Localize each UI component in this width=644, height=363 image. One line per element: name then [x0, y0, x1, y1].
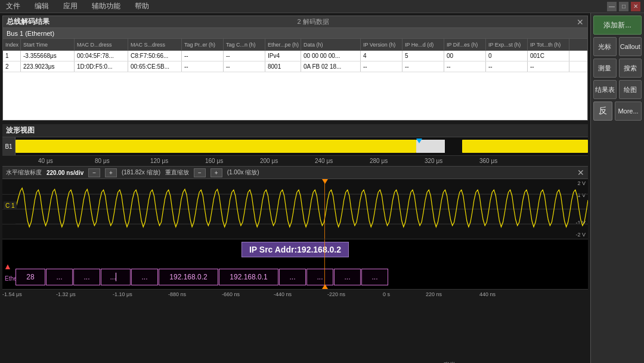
- menu-bar: 文件 编辑 应用 辅助功能 帮助 — □ ✕: [0, 0, 644, 13]
- decode-title-bar: 总线解码结果 2 解码数据 ✕: [3, 16, 587, 28]
- signal-area: 2 V 1 V -1 V -2 V C 1: [2, 179, 588, 239]
- tick-220ns: 220 ns: [426, 291, 442, 297]
- th-ip-dif: IP Dif...es (h): [444, 39, 486, 50]
- tick-240: 240 μs: [315, 158, 333, 164]
- hscale-label: 水平缩放标度: [6, 168, 42, 177]
- ip-tooltip: IP Src Addr:192.168.0.2: [242, 242, 349, 257]
- search-button[interactable]: 搜索: [619, 59, 642, 78]
- decode-cell-1: ...: [46, 269, 73, 285]
- waveform-section-label: 波形视图: [6, 125, 35, 136]
- add-new-button[interactable]: 添加新...: [593, 16, 642, 35]
- decode-close-button[interactable]: ✕: [577, 17, 584, 27]
- td-ip-ver-1: 4: [361, 51, 402, 61]
- td-ip-dif-1: 00: [444, 51, 486, 61]
- table-body: 1 -3.355668μs 00:04:5F:78... C8:F7:50:66…: [3, 51, 587, 120]
- left-panel: 总线解码结果 2 解码数据 ✕ Bus 1 (Ethernet) Index S…: [0, 13, 590, 363]
- decode-cell-28: 28: [16, 269, 45, 285]
- zoom-reset-minus-button[interactable]: −: [194, 168, 206, 177]
- b1-text: B1: [5, 143, 12, 150]
- measure-button[interactable]: 测量: [593, 59, 617, 78]
- draw-label: 绘图: [624, 85, 637, 94]
- td-index-1: 1: [3, 51, 21, 61]
- minimize-button[interactable]: —: [607, 2, 617, 11]
- marker-callout-row: 光标 Callout: [593, 37, 642, 56]
- td-ip-exp-1: 0: [486, 51, 528, 61]
- hscale-bar: 水平缩放标度 220.00 ns/div − + (181.82x 缩放) 重直…: [2, 166, 588, 179]
- marker-label: 光标: [598, 42, 611, 51]
- bus-bar-container: [16, 140, 588, 153]
- menu-help[interactable]: 帮助: [132, 1, 151, 11]
- marker-button[interactable]: 光标: [593, 37, 617, 56]
- decode-cell-8: ...: [361, 269, 388, 285]
- cursor-triangle-top: [416, 139, 422, 143]
- yellow-segment-2: [462, 140, 588, 153]
- bus-decode-bottom: IP Src Addr:192.168.0.2 ▲ Ethernet 28 ..…: [2, 239, 588, 289]
- add-new-label: 添加新...: [603, 20, 631, 30]
- decode-cells-row: 28 ... ... ...▏ ... 192.168.0.2 192.168.…: [16, 267, 588, 287]
- window-controls: — □ ✕: [607, 2, 640, 11]
- th-data: Data (h): [301, 39, 361, 50]
- td-ip-he-1: 5: [402, 51, 444, 61]
- hscale-close-button[interactable]: ✕: [577, 168, 584, 177]
- th-tag-cn: Tag C...n (h): [224, 39, 265, 50]
- draw-button[interactable]: 绘图: [619, 80, 642, 99]
- th-ether: Ether...pe (h): [265, 39, 301, 50]
- tick-440ns: 440 ns: [479, 291, 496, 297]
- close-button[interactable]: ✕: [631, 2, 640, 11]
- tick-neg660: -660 ns: [222, 291, 240, 297]
- zoom-reset-plus-button[interactable]: +: [210, 168, 222, 177]
- table-row[interactable]: 1 -3.355668μs 00:04:5F:78... C8:F7:50:66…: [3, 51, 587, 61]
- waveform-title-bar: 波形视图: [2, 124, 588, 137]
- tick-40: 40 μs: [38, 158, 53, 164]
- measure-search-row: 测量 搜索: [593, 59, 642, 78]
- th-ip-he: IP He...d (d): [402, 39, 444, 50]
- callout-button[interactable]: Callout: [619, 37, 642, 56]
- bus-name: Bus 1 (Ethernet): [7, 30, 54, 37]
- callout-label: Callout: [620, 43, 640, 50]
- td-tag-cn-2: --: [224, 61, 265, 72]
- td-ip-ver-2: --: [361, 61, 402, 72]
- tick-neg880: -880 ns: [168, 291, 186, 297]
- empty-table-area: [3, 72, 587, 120]
- menu-assist[interactable]: 辅助功能: [89, 1, 123, 11]
- decode-cell-ip2: 192.168.0.1: [219, 269, 278, 285]
- hscale-value: 220.00 ns/div: [47, 170, 83, 176]
- tick-120: 120 μs: [150, 158, 168, 164]
- tick-neg440: -440 ns: [274, 291, 292, 297]
- maximize-button[interactable]: □: [619, 2, 628, 11]
- tick-200: 200 μs: [260, 158, 278, 164]
- td-data-1: 00 00 00 00...: [301, 51, 361, 61]
- more-label: More...: [618, 107, 638, 115]
- tick-320: 320 μs: [425, 158, 442, 164]
- decode-title: 总线解码结果: [7, 17, 49, 27]
- decode-cell-6: ...: [306, 269, 333, 285]
- waveform-svg: [16, 179, 588, 239]
- result-count: 2 解码数据: [297, 17, 329, 26]
- menu-edit[interactable]: 编辑: [32, 1, 51, 11]
- more-button[interactable]: More...: [615, 101, 642, 121]
- search-label: 搜索: [624, 64, 637, 73]
- td-ether-2: 8001: [265, 61, 301, 72]
- waveform-section: 波形视图 B1: [2, 124, 588, 362]
- td-mac-s-2: 00:65:CE:5B...: [128, 61, 182, 72]
- hscale-plus-button[interactable]: +: [105, 168, 117, 177]
- results-button[interactable]: 结果表: [593, 80, 617, 99]
- table-row[interactable]: 2 223.9023μs 1D:0D:F5:0... 00:65:CE:5B..…: [3, 61, 587, 72]
- td-start-2: 223.9023μs: [21, 61, 75, 72]
- tick-360: 360 μs: [479, 158, 497, 164]
- td-tag-pr-1: --: [182, 51, 224, 61]
- bus-label-bar: Bus 1 (Ethernet): [3, 28, 587, 39]
- decode-cell-3: ...▏: [101, 269, 131, 285]
- menu-app[interactable]: 应用: [61, 1, 80, 11]
- icon-more-row: 反 More...: [593, 101, 642, 121]
- bus-cursor-triangle: [322, 284, 328, 289]
- decode-cell-ip1: 192.168.0.2: [159, 269, 218, 285]
- results-label: 结果表: [595, 85, 615, 94]
- menu-file[interactable]: 文件: [4, 1, 23, 11]
- time-axis-bottom: -1.54 μs -1.32 μs -1.10 μs -880 ns -660 …: [2, 289, 588, 299]
- td-tag-cn-1: --: [224, 51, 265, 61]
- results-draw-row: 结果表 绘图: [593, 80, 642, 99]
- hscale-minus-button[interactable]: −: [88, 168, 100, 177]
- measure-label: 测量: [598, 64, 611, 73]
- icon-button[interactable]: 反: [593, 101, 612, 121]
